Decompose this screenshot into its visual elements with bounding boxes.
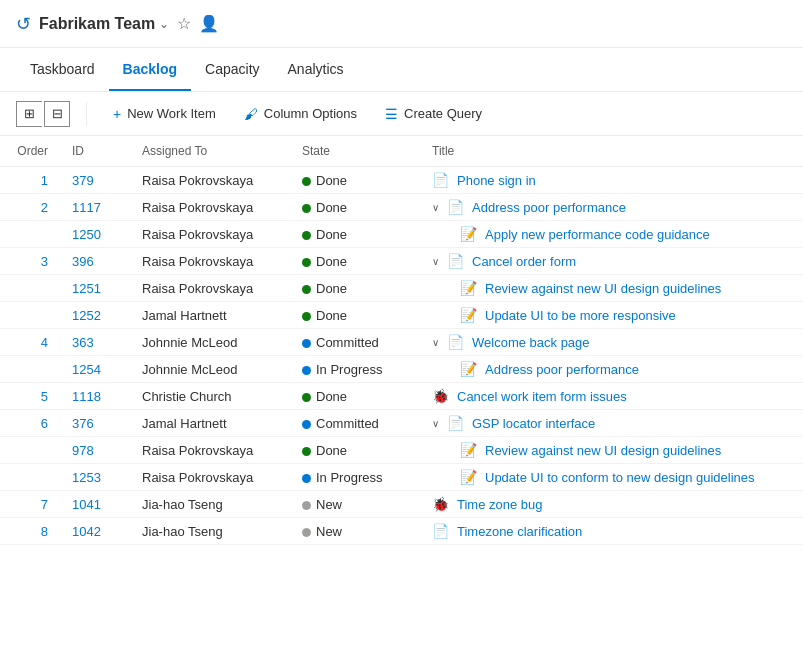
- item-title-text[interactable]: Time zone bug: [457, 497, 543, 512]
- table-row: 1253Raisa PokrovskayaIn Progress📝Update …: [0, 464, 803, 491]
- cell-order: [0, 437, 60, 464]
- cell-order: 2: [0, 194, 60, 221]
- cell-id[interactable]: 1118: [60, 383, 130, 410]
- item-title-text[interactable]: Welcome back page: [472, 335, 590, 350]
- table-row: 4363Johnnie McLeodCommitted∨📄Welcome bac…: [0, 329, 803, 356]
- item-title-text[interactable]: Update UI to conform to new design guide…: [485, 470, 755, 485]
- favorite-icon[interactable]: ☆: [177, 14, 191, 33]
- cell-id[interactable]: 376: [60, 410, 130, 437]
- cell-assigned: Christie Church: [130, 383, 290, 410]
- item-title-text[interactable]: Cancel work item form issues: [457, 389, 627, 404]
- grid-toggle-group: ⊞ ⊟: [16, 101, 70, 127]
- expand-grid-button[interactable]: ⊞: [16, 101, 42, 127]
- cell-id[interactable]: 1253: [60, 464, 130, 491]
- tab-analytics[interactable]: Analytics: [274, 48, 358, 91]
- column-options-button[interactable]: 🖌 Column Options: [234, 102, 367, 126]
- item-title-text[interactable]: Address poor performance: [485, 362, 639, 377]
- cell-title: 📝Update UI to be more responsive: [420, 302, 803, 329]
- state-dot-icon: [302, 312, 311, 321]
- item-type-icon: 📝: [460, 226, 477, 242]
- app-header: ↺ Fabrikam Team ⌄ ☆ 👤: [0, 0, 803, 48]
- cell-order: 4: [0, 329, 60, 356]
- id-link[interactable]: 1042: [72, 524, 101, 539]
- id-link[interactable]: 978: [72, 443, 94, 458]
- id-link[interactable]: 376: [72, 416, 94, 431]
- nav-tabs: Taskboard Backlog Capacity Analytics: [0, 48, 803, 92]
- expand-icon[interactable]: ∨: [432, 337, 439, 348]
- id-link[interactable]: 1041: [72, 497, 101, 512]
- new-work-item-button[interactable]: + New Work Item: [103, 102, 226, 126]
- backlog-table-container: Order ID Assigned To State Title 1379Rai…: [0, 136, 803, 545]
- cell-assigned: Raisa Pokrovskaya: [130, 464, 290, 491]
- cell-order: 1: [0, 167, 60, 194]
- collapse-grid-button[interactable]: ⊟: [44, 101, 70, 127]
- cell-id[interactable]: 1251: [60, 275, 130, 302]
- id-link[interactable]: 1253: [72, 470, 101, 485]
- item-title-text[interactable]: GSP locator interface: [472, 416, 595, 431]
- cell-assigned: Jamal Hartnett: [130, 410, 290, 437]
- table-row: 1251Raisa PokrovskayaDone📝Review against…: [0, 275, 803, 302]
- cell-state: Done: [290, 248, 420, 275]
- table-row: 1379Raisa PokrovskayaDone📄Phone sign in: [0, 167, 803, 194]
- cell-id[interactable]: 1254: [60, 356, 130, 383]
- cell-state: Done: [290, 221, 420, 248]
- tab-backlog[interactable]: Backlog: [109, 48, 191, 91]
- item-title-text[interactable]: Review against new UI design guidelines: [485, 281, 721, 296]
- item-type-icon: 🐞: [432, 388, 449, 404]
- table-row: 978Raisa PokrovskayaDone📝Review against …: [0, 437, 803, 464]
- cell-state: Done: [290, 437, 420, 464]
- cell-title: ∨📄GSP locator interface: [420, 410, 803, 437]
- state-dot-icon: [302, 501, 311, 510]
- state-dot-icon: [302, 177, 311, 186]
- item-title-text[interactable]: Address poor performance: [472, 200, 626, 215]
- cell-assigned: Johnnie McLeod: [130, 356, 290, 383]
- table-row: 1252Jamal HartnettDone📝Update UI to be m…: [0, 302, 803, 329]
- state-dot-icon: [302, 231, 311, 240]
- item-title-text[interactable]: Timezone clarification: [457, 524, 582, 539]
- id-link[interactable]: 1250: [72, 227, 101, 242]
- id-link[interactable]: 379: [72, 173, 94, 188]
- new-work-item-label: New Work Item: [127, 106, 216, 121]
- id-link[interactable]: 1252: [72, 308, 101, 323]
- col-header-assigned: Assigned To: [130, 136, 290, 167]
- state-dot-icon: [302, 204, 311, 213]
- cell-id[interactable]: 396: [60, 248, 130, 275]
- cell-order: [0, 356, 60, 383]
- expand-icon[interactable]: ∨: [432, 418, 439, 429]
- team-chevron-icon[interactable]: ⌄: [159, 17, 169, 31]
- item-title-text[interactable]: Phone sign in: [457, 173, 536, 188]
- cell-id[interactable]: 978: [60, 437, 130, 464]
- cell-id[interactable]: 363: [60, 329, 130, 356]
- expand-icon[interactable]: ∨: [432, 256, 439, 267]
- cell-id[interactable]: 1042: [60, 518, 130, 545]
- col-header-title: Title: [420, 136, 803, 167]
- item-type-icon: 📝: [460, 280, 477, 296]
- table-row: 51118Christie ChurchDone🐞Cancel work ite…: [0, 383, 803, 410]
- cell-id[interactable]: 1117: [60, 194, 130, 221]
- cell-order: [0, 302, 60, 329]
- item-title-text[interactable]: Update UI to be more responsive: [485, 308, 676, 323]
- tab-taskboard[interactable]: Taskboard: [16, 48, 109, 91]
- item-title-text[interactable]: Review against new UI design guidelines: [485, 443, 721, 458]
- item-title-text[interactable]: Cancel order form: [472, 254, 576, 269]
- id-link[interactable]: 1254: [72, 362, 101, 377]
- col-header-state: State: [290, 136, 420, 167]
- id-link[interactable]: 363: [72, 335, 94, 350]
- state-dot-icon: [302, 285, 311, 294]
- cell-state: New: [290, 491, 420, 518]
- cell-id[interactable]: 1252: [60, 302, 130, 329]
- tab-capacity[interactable]: Capacity: [191, 48, 273, 91]
- person-add-icon[interactable]: 👤: [199, 14, 219, 33]
- state-dot-icon: [302, 528, 311, 537]
- create-query-button[interactable]: ☰ Create Query: [375, 102, 492, 126]
- cell-id[interactable]: 379: [60, 167, 130, 194]
- item-title-text[interactable]: Apply new performance code guidance: [485, 227, 710, 242]
- id-link[interactable]: 1251: [72, 281, 101, 296]
- id-link[interactable]: 396: [72, 254, 94, 269]
- expand-icon[interactable]: ∨: [432, 202, 439, 213]
- cell-assigned: Raisa Pokrovskaya: [130, 194, 290, 221]
- cell-id[interactable]: 1041: [60, 491, 130, 518]
- id-link[interactable]: 1117: [72, 200, 101, 215]
- id-link[interactable]: 1118: [72, 389, 101, 404]
- cell-id[interactable]: 1250: [60, 221, 130, 248]
